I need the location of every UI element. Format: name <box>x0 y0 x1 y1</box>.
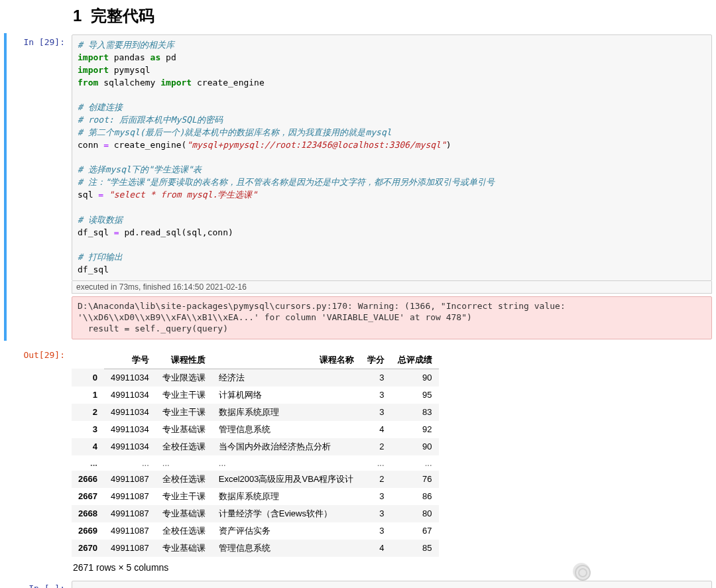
table-row: .................. <box>72 455 439 471</box>
watermark: 职场工作技能集锦 <box>573 563 703 581</box>
code-cell-29: In [29]: # 导入需要用到的相关库 import pandas as p… <box>4 33 712 341</box>
heading-number: 1 <box>73 7 82 25</box>
watermark-text: 职场工作技能集锦 <box>597 563 703 581</box>
input-prompt-empty: In [ ]: <box>7 581 72 588</box>
warning-output: D:\Anaconda\lib\site-packages\pymysql\cu… <box>72 296 712 339</box>
code-input[interactable]: # 导入需要用到的相关库 import pandas as pd import … <box>72 34 712 281</box>
table-row: 249911034专业主干课数据库系统原理383 <box>72 404 439 421</box>
output-prompt: Out[29]: <box>7 347 72 573</box>
table-row: 266649911087全校任选课Excel2003高级应用及VBA程序设计27… <box>72 471 439 488</box>
table-row: 149911034专业主干课计算机网络395 <box>72 386 439 404</box>
execution-info: executed in 73ms, finished 16:14:50 2021… <box>72 281 712 294</box>
table-row: 449911034全校任选课当今国内外政治经济热点分析290 <box>72 438 439 455</box>
table-row: 266849911087专业基础课计量经济学（含Eviews软件）380 <box>72 505 439 522</box>
table-row: 266949911087全校任选课资产评估实务367 <box>72 522 439 540</box>
output-cell-29: Out[29]: 学号 课程性质 课程名称 学分 总评成绩 049911034专… <box>4 346 712 574</box>
table-row: 349911034专业基础课管理信息系统492 <box>72 421 439 438</box>
table-row: 049911034专业限选课经济法390 <box>72 369 439 386</box>
dataframe-output: 学号 课程性质 课程名称 学分 总评成绩 049911034专业限选课经济法39… <box>72 351 712 573</box>
table-row: 267049911087专业基础课管理信息系统485 <box>72 540 439 557</box>
section-heading: 1完整代码 <box>0 0 716 33</box>
wechat-icon <box>573 563 590 580</box>
input-prompt: In [29]: <box>7 34 72 339</box>
dataframe-header-row: 学号 课程性质 课程名称 学分 总评成绩 <box>72 351 439 369</box>
code-input-empty[interactable] <box>72 581 712 588</box>
heading-title: 完整代码 <box>91 7 154 25</box>
table-row: 266749911087专业主干课数据库系统原理386 <box>72 488 439 505</box>
